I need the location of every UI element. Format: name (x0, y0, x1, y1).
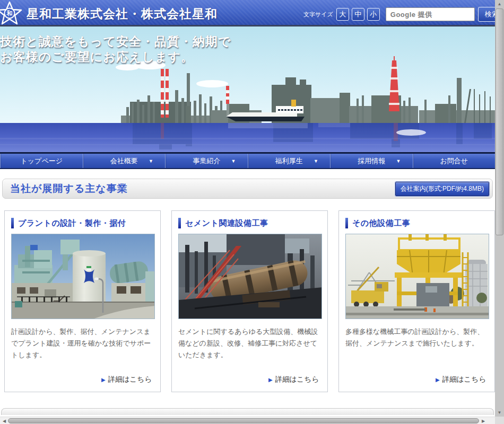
title-accent-bar (11, 218, 14, 228)
font-size-medium-button[interactable]: 中 (352, 8, 364, 21)
card-plant-design: プラントの設計・製作・据付 (4, 210, 161, 392)
card-title-row: セメント関連設備工事 (178, 217, 321, 229)
title-accent-bar (178, 218, 181, 228)
detail-link-cement[interactable]: ▶ 詳細はこちら (268, 374, 321, 385)
chevron-down-icon: ▼ (396, 158, 401, 164)
triangle-right-icon: ▶ (101, 377, 106, 383)
page: 和 星和工業株式会社・株式会社星和 文字サイズ 大 中 小 検索 (0, 0, 504, 424)
service-cards: プラントの設計・製作・据付 (0, 210, 495, 392)
section-title: 当社が展開する主な事業 (3, 182, 128, 196)
footer-bar (1, 408, 494, 415)
main-nav: トップページ 会社概要 ▼ 事業紹介 ▼ 福利厚生 ▼ 採用情報 ▼ お問合せ (0, 152, 495, 169)
card-title: セメント関連設備工事 (185, 218, 268, 228)
tagline-line2: お客様のご要望にお応えします。 (0, 49, 231, 65)
chevron-down-icon: ▼ (149, 158, 153, 164)
triangle-right-icon: ▶ (436, 377, 440, 383)
site-header: 和 星和工業株式会社・株式会社星和 文字サイズ 大 中 小 検索 (0, 0, 495, 26)
nav-item-welfare[interactable]: 福利厚生 ▼ (248, 154, 331, 168)
triangle-right-icon: ▶ (268, 377, 273, 383)
cement-plant-photo (12, 234, 155, 319)
nav-label: お問合せ (440, 156, 468, 166)
nav-label: 福利厚生 (275, 156, 303, 166)
detail-link-other[interactable]: ▶ 詳細はこちら (436, 374, 488, 385)
title-accent-bar (345, 218, 348, 228)
site-logo: 和 (0, 1, 23, 26)
font-size-large-button[interactable]: 大 (336, 8, 349, 21)
detail-link-label: 詳細はこちら (108, 375, 152, 384)
detail-link-label: 詳細はこちら (442, 375, 486, 384)
nav-item-top-page[interactable]: トップページ (0, 154, 83, 168)
scroll-left-arrow-icon[interactable]: ◀ (1, 419, 7, 423)
card-title: その他設備工事 (352, 218, 410, 228)
nav-label: 会社概要 (110, 156, 138, 166)
card-body-text: 多種多様な機械工事の計画設計から、製作、据付、メンテナンスまで施行いたします。 (345, 326, 488, 349)
kiln-machinery-photo (179, 234, 322, 319)
nav-item-company-overview[interactable]: 会社概要 ▼ (83, 154, 166, 168)
hero-tagline: 技術と誠意をもって安全・品質・納期で お客様のご要望にお応えします。 (0, 34, 231, 65)
nav-label: 事業紹介 (193, 156, 220, 166)
horizontal-scrollbar-thumb[interactable] (8, 418, 479, 423)
font-size-small-button[interactable]: 小 (367, 8, 380, 21)
scroll-right-arrow-icon[interactable]: ▶ (480, 419, 486, 423)
logo-character: 和 (6, 10, 13, 16)
nav-item-business-intro[interactable]: 事業紹介 ▼ (165, 154, 248, 168)
scroll-down-arrow-icon[interactable]: ▼ (495, 410, 504, 415)
card-body-text: セメントに関するあらゆる大型設備、機械設備などの新設、改修、補修工事に対応させて… (178, 326, 321, 360)
card-title: プラントの設計・製作・据付 (18, 218, 126, 228)
card-other-works: その他設備工事 (338, 210, 495, 392)
company-brochure-pdf-button[interactable]: 会社案内(形式:PDF/約4.8MB) (395, 182, 489, 196)
card-body-text: 計画設計から、製作、据付、メンテナンスまでプラント建設・運用を確かな技術でサポー… (11, 326, 154, 360)
nav-label: トップページ (20, 156, 63, 166)
card-cement-works: セメント関連設備工事 (171, 210, 328, 392)
hero-banner: 技術と誠意をもって安全・品質・納期で お客様のご要望にお応えします。 (0, 26, 495, 152)
chevron-down-icon: ▼ (231, 158, 236, 164)
star-logo-icon: 和 (0, 1, 23, 26)
detail-link-label: 詳細はこちら (275, 375, 319, 384)
font-size-label: 文字サイズ (303, 11, 333, 19)
nav-item-recruit[interactable]: 採用情報 ▼ (330, 154, 413, 168)
card-title-row: その他設備工事 (345, 217, 488, 229)
search-button[interactable]: 検索 (478, 7, 495, 22)
chevron-down-icon: ▼ (314, 158, 318, 164)
section-title-bar: 当社が展開する主な事業 会社案内(形式:PDF/約4.8MB) (2, 179, 493, 199)
site-search-input[interactable] (386, 7, 475, 21)
card-image-kiln (178, 234, 322, 319)
tagline-line1: 技術と誠意をもって安全・品質・納期で (0, 34, 231, 49)
horizontal-scrollbar[interactable]: ◀ ▶ (0, 417, 495, 424)
vertical-scrollbar-thumb[interactable] (496, 8, 503, 235)
nav-item-contact[interactable]: お問合せ (413, 154, 496, 168)
main-area: 当社が展開する主な事業 会社案内(形式:PDF/約4.8MB) プラントの設計・… (0, 179, 495, 415)
vertical-scrollbar[interactable]: ▲ ▼ (495, 0, 504, 424)
card-image-yellow-plant (345, 234, 489, 319)
card-image-cement-plant (11, 234, 155, 319)
page-content: 和 星和工業株式会社・株式会社星和 文字サイズ 大 中 小 検索 (0, 0, 495, 424)
header-tools: 文字サイズ 大 中 小 検索 (303, 7, 495, 22)
scrollbar-corner (495, 417, 504, 424)
scroll-up-arrow-icon[interactable]: ▲ (495, 2, 504, 6)
yellow-hopper-photo (346, 234, 489, 319)
nav-label: 採用情報 (358, 156, 385, 166)
card-title-row: プラントの設計・製作・据付 (11, 217, 154, 229)
site-title: 星和工業株式会社・株式会社星和 (27, 6, 218, 22)
detail-link-plant[interactable]: ▶ 詳細はこちら (101, 374, 154, 385)
